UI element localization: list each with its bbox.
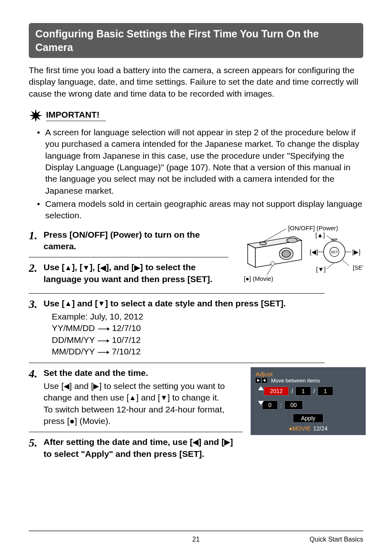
left-triangle-icon: ◀ [100,263,106,273]
step-5: 5. After setting the date and time, use … [29,432,242,460]
arrow-right-icon [97,326,110,331]
step-1: 1. Press [ON/OFF] (Power) to turn on the… [29,225,232,252]
section-title: Configuring Basic Settings the First Tim… [35,28,319,53]
svg-point-8 [286,238,297,243]
svg-marker-28 [107,327,110,331]
step-title: After setting the date and time, use [◀]… [44,437,233,458]
right-triangle-icon: ▶ [134,263,140,273]
left-triangle-icon: ◀ [193,437,198,447]
vertical-arrows-icon [258,386,264,405]
down-triangle-icon: ▼ [98,299,105,308]
up-triangle-icon: ▲ [65,299,72,308]
adjust-screenshot: Adjust Move between items 2012 / 1 / 1 [251,367,366,435]
horizontal-arrows-icon [256,378,268,384]
page-number: 21 [192,536,200,543]
svg-text:[▲]: [▲] [315,232,325,238]
adjust-footer: ●MOVIE 12/24 [256,425,361,432]
svg-point-7 [260,242,267,245]
svg-text:[◀]: [◀] [310,248,318,255]
day-field[interactable]: 1 [318,387,333,396]
svg-text:[SET]: [SET] [353,264,363,271]
svg-text:SET: SET [331,250,338,254]
step-title: Use [▲] and [▼] to select a date style a… [44,299,286,308]
svg-marker-30 [107,339,109,343]
important-item: A screen for language selection will not… [29,127,363,197]
hour-field[interactable]: 0 [262,401,278,410]
arrow-right-icon [97,338,109,343]
adjust-title: Adjust [256,370,361,377]
month-field[interactable]: 1 [295,387,311,396]
step-number: 3. [29,298,44,310]
time-row: 0 : 00 [262,401,361,410]
arrow-right-icon [97,350,109,355]
label-onoff: [ON/OFF] (Power) [288,225,338,232]
step-example: Example: July, 10, 2012 YY/MM/DD 12/7/10… [44,311,363,357]
left-triangle-icon: ◀ [64,381,69,391]
up-triangle-icon: ▲ [65,263,72,273]
svg-text:[▼]: [▼] [316,265,325,272]
record-dot-icon: ● [69,416,75,426]
svg-text:[▶]: [▶] [352,248,360,255]
page-footer: 21 Quick Start Basics [29,530,363,543]
svg-text:[●] (Movie): [●] (Movie) [244,275,273,282]
step-description: Use [◀] and [▶] to select the setting yo… [44,380,242,427]
svg-marker-3 [248,244,256,267]
step-title: Use [▲], [▼], [◀], and [▶] to select the… [44,262,212,283]
section-header: Configuring Basic Settings the First Tim… [29,23,363,58]
step-4: 4. Set the date and the time. Use [◀] an… [29,363,242,427]
adjust-hint: Move between items [256,377,361,384]
step-3: 3. Use [▲] and [▼] to select a date styl… [29,294,363,358]
important-label: IMPORTANT! [46,110,106,121]
footer-divider [29,530,363,532]
step-number: 2. [29,262,44,274]
important-item: Camera models sold in certain geographic… [29,198,363,222]
up-triangle-icon: ▲ [129,393,136,403]
important-list: A screen for language selection will not… [29,127,363,222]
svg-marker-32 [107,351,109,354]
svg-marker-37 [258,386,264,390]
footer-section: Quick Start Basics [309,536,363,543]
right-triangle-icon: ▶ [93,381,99,391]
minute-field[interactable]: 00 [284,401,303,410]
right-triangle-icon: ▶ [224,437,230,447]
svg-line-15 [327,263,334,269]
date-row: 2012 / 1 / 1 [264,387,361,396]
svg-point-24 [271,262,274,265]
burst-icon [29,109,43,123]
apply-button[interactable]: Apply [293,414,323,423]
important-block: IMPORTANT! [29,109,363,123]
year-field[interactable]: 2012 [264,387,289,396]
step-number: 1. [29,229,44,241]
svg-marker-38 [258,401,264,405]
step-title: Set the date and the time. [44,368,148,377]
step-2: 2. Use [▲], [▼], [◀], and [▶] to select … [29,257,232,285]
movie-indicator: ●MOVIE [289,425,311,432]
step-title: Press [ON/OFF] (Power) to turn on the ca… [44,230,200,251]
format-indicator: 12/24 [313,425,327,432]
camera-diagram: [ON/OFF] (Power) SET DISP [▲] [▼] [◀] [▶… [240,225,363,288]
svg-text:DISP: DISP [331,238,338,241]
svg-line-25 [267,265,273,275]
svg-line-18 [342,259,349,266]
intro-paragraph: The first time you load a battery into t… [29,65,363,100]
step-number: 5. [29,436,44,449]
down-triangle-icon: ▼ [160,393,168,403]
step-number: 4. [29,367,44,380]
svg-point-6 [282,250,291,257]
down-triangle-icon: ▼ [83,263,90,273]
